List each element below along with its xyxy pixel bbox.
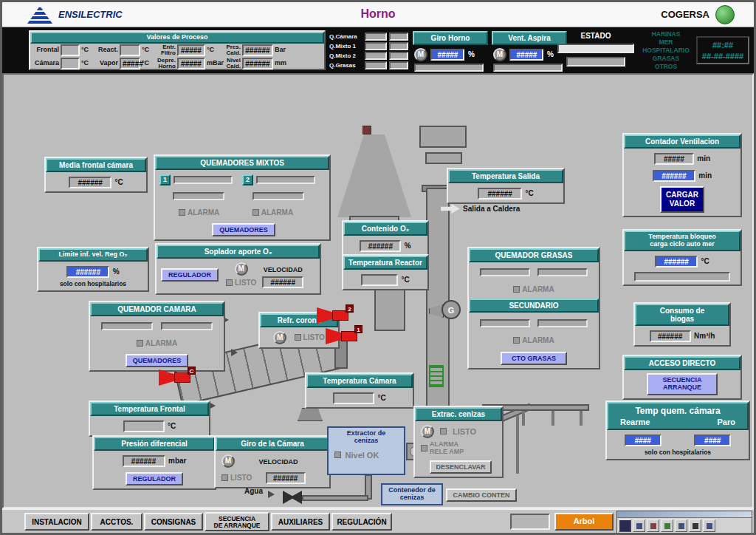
burner-number: C (188, 367, 196, 375)
field-unit: °C (81, 47, 92, 53)
cto-grasas-button[interactable]: CTO GRASAS (501, 352, 567, 365)
listo-label: LISTO (235, 279, 256, 287)
velocidad-label: VELOCIDAD (264, 266, 303, 273)
tray-icon[interactable] (675, 519, 687, 532)
panel-title: Media frontal cámara (46, 158, 146, 172)
burner-number: 1 (354, 325, 362, 333)
panel-extractor-cenizas: Extractor de cenizas Nivel OK (327, 426, 405, 475)
nivel-led (334, 451, 341, 458)
field-label: React. (94, 47, 118, 53)
panel-media-frontal: Media frontal cámara ###### °C (44, 157, 148, 193)
value-field: ##### (654, 153, 694, 165)
listo-led (226, 279, 233, 286)
value-field: ###### (242, 44, 273, 56)
arbol-button[interactable]: Arbol (554, 513, 614, 531)
panel-consumo-biogas: Consumo de biogas ###### Nm³/h (633, 302, 731, 347)
field-label: Pres. Cald. (220, 44, 241, 56)
burner-1[interactable]: 1 (326, 328, 361, 344)
cambio-conten-button[interactable]: CAMBIO CONTEN (446, 488, 517, 502)
listo-label: LISTO (303, 333, 325, 341)
nav-status-field (510, 514, 550, 530)
tray-icon[interactable] (661, 519, 673, 532)
value-field: ###### (242, 58, 273, 69)
conveyor-leg (516, 415, 519, 474)
indicator-bar (252, 192, 304, 200)
motor-icon[interactable]: M (273, 331, 286, 344)
burner-2[interactable]: 2 (317, 307, 352, 324)
setpoint-field[interactable]: ###### (655, 256, 698, 268)
flow-arrow-icon (231, 349, 238, 356)
top-strip: Valores de Proceso Frontal °C React. °C … (2, 27, 754, 73)
panel-title: Consumo de biogas (635, 304, 729, 326)
value-field[interactable]: ##### (509, 49, 543, 61)
indicator-bar (173, 176, 233, 184)
tray-icon[interactable] (647, 519, 659, 532)
note-label: solo con hospitalarios (40, 280, 146, 287)
rearme-field[interactable]: #### (625, 435, 662, 446)
field-unit: °C (378, 394, 386, 402)
panel-quemadores-mixtos: QUEMADORES MIXTOS 1 2 ALARMA ALARMA QUEM… (154, 154, 331, 241)
field-label: Cámara (34, 60, 59, 67)
panel-title: Temperatura Salida (448, 169, 563, 183)
motor-icon[interactable]: M (414, 48, 427, 61)
paro-label: Paro (718, 418, 735, 426)
nav-regulacion-button[interactable]: REGULACIÓN (331, 513, 392, 531)
q-bar (389, 52, 408, 60)
burner-c[interactable]: C (159, 369, 194, 386)
secuencia-arranque-button[interactable]: SECUENCIA ARRANQUE (647, 373, 718, 395)
alarm-led (179, 209, 185, 216)
value-field: ###### (266, 472, 306, 484)
nav-secuencia-arranque-button[interactable]: SECUENCIA DE ARRANQUE (205, 512, 269, 531)
panel-temp-reactor: Temperatura Reactor °C (342, 254, 429, 290)
fan-g-icon[interactable]: G (441, 300, 461, 319)
alarma-label: ALARMA (522, 336, 554, 344)
nav-consignas-button[interactable]: CONSIGNAS (144, 513, 203, 531)
value-field[interactable]: ##### (430, 49, 464, 61)
nav-auxiliares-button[interactable]: AUXILIARES (271, 513, 330, 531)
cargar-valor-button[interactable]: CARGAR VALOR (660, 186, 704, 213)
motor-icon[interactable]: M (235, 262, 248, 276)
q-row: Q.Mixto 2 (329, 51, 412, 61)
value-field: ###### (69, 177, 111, 188)
nav-acctos-button[interactable]: ACCTOS. (91, 513, 142, 531)
field-unit: % (547, 50, 554, 58)
setpoint-field[interactable]: ###### (66, 266, 109, 278)
q-bar (389, 42, 408, 50)
tray-icon[interactable] (619, 519, 631, 532)
tray-title-bar (617, 511, 752, 518)
listo-label: LISTO (230, 474, 252, 482)
field-unit: Bar (275, 47, 288, 53)
nav-instalacion-button[interactable]: INSTALACION (24, 513, 89, 531)
panel-title: Contenido O₂ (343, 222, 427, 236)
quemadores-button[interactable]: QUEMADORES (212, 223, 275, 236)
panel-title: Presión diferencial (94, 437, 215, 451)
motor-icon[interactable]: M (421, 425, 434, 438)
panel-presion-diferencial: Presión diferencial ###### mbar REGULADO… (92, 435, 216, 490)
regulador-button[interactable]: REGULADOR (161, 268, 219, 282)
panel-temp-camara: Temperatura Cámara °C (305, 372, 414, 409)
valve-icon[interactable] (283, 491, 302, 504)
panel-contenido-o2: Contenido O₂ ###### % (342, 220, 429, 256)
panel-title: Extractor de cenizas (329, 430, 404, 445)
alarma-label: ALARMA (145, 339, 177, 347)
regulador-button[interactable]: REGULADOR (126, 472, 183, 485)
velocidad-label: VELOCIDAD (258, 458, 298, 466)
process-row-1: Frontal °C React. °C Entr. Filtro ##### … (30, 44, 324, 57)
q-bar (365, 42, 387, 50)
quemadores-button[interactable]: QUEMADORES (126, 354, 189, 367)
tray-icon[interactable] (703, 519, 715, 532)
alarm-led (513, 337, 520, 344)
field-label: Frontal (34, 47, 59, 53)
field-unit: °C (142, 60, 152, 67)
motor-icon[interactable]: M (493, 48, 506, 61)
tray-icon[interactable] (689, 519, 701, 532)
desenclavar-button[interactable]: DESENCLAVAR (430, 460, 491, 474)
tray-icon[interactable] (633, 519, 645, 532)
setpoint-field[interactable]: ###### (653, 170, 695, 182)
value-field: ##### (120, 58, 140, 69)
ladder (429, 365, 444, 387)
paro-field[interactable]: #### (694, 435, 731, 446)
value-field: ##### (177, 58, 205, 69)
indicator-bar (173, 192, 224, 200)
motor-icon[interactable]: M (221, 454, 235, 468)
